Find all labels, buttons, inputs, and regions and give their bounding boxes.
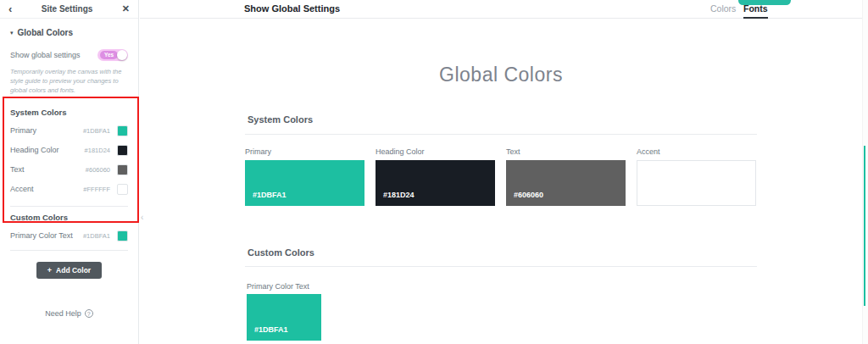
custom-colors-heading: Custom Colors	[10, 213, 128, 222]
panel-body: ▾ Global Colors Show global settings Yes…	[0, 19, 138, 318]
swatch-label: Primary Color Text	[247, 282, 309, 291]
show-global-settings-row: Show global settings Yes	[10, 49, 128, 61]
color-row-accent[interactable]: Accent #FFFFFF	[10, 180, 128, 199]
preview-canvas-area: Show Global Settings Colors Fonts Global…	[140, 0, 868, 344]
system-color-swatches: Primary #1DBFA1 Heading Color #181D24 Te…	[245, 147, 756, 206]
color-hex: #1DBFA1	[83, 127, 110, 135]
panel-collapse-icon[interactable]: ‹	[141, 213, 143, 222]
panel-title: Site Settings	[12, 4, 121, 14]
add-color-button[interactable]: + Add Color	[36, 262, 102, 279]
divider	[10, 250, 128, 251]
color-row-heading-color[interactable]: Heading Color #181D24	[10, 141, 128, 160]
swatch-hex: #FFFFFF	[644, 191, 676, 199]
swatch: #1DBFA1	[245, 160, 364, 206]
swatch-label: Accent	[637, 147, 756, 156]
color-row-text[interactable]: Text #606060	[10, 160, 128, 180]
close-icon[interactable]: ✕	[122, 4, 130, 14]
topbar-title: Show Global Settings	[244, 3, 340, 14]
color-chip[interactable]	[117, 230, 128, 241]
caret-down-icon: ▾	[10, 30, 14, 36]
site-settings-panel: ‹ Site Settings ✕ ▾ Global Colors Show g…	[0, 0, 139, 344]
custom-colors-list: Primary Color Text #1DBFA1	[10, 226, 128, 246]
swatch-label: Primary	[245, 147, 364, 156]
accordion-label: Global Colors	[18, 28, 74, 37]
color-label: Accent	[10, 185, 83, 193]
swatch-primary-color-text: #1DBFA1	[247, 294, 321, 341]
tab-fonts[interactable]: Fonts	[743, 3, 768, 19]
color-label: Primary Color Text	[10, 231, 83, 240]
color-hex: #1DBFA1	[83, 232, 110, 240]
divider	[10, 206, 128, 207]
help-icon: ?	[85, 309, 93, 318]
need-help-label: Need Help	[45, 309, 81, 318]
global-colors-accordion[interactable]: ▾ Global Colors	[10, 19, 128, 37]
swatch-label: Text	[506, 147, 626, 156]
toggle-label: Show global settings	[10, 51, 81, 59]
toggle-state-label: Yes	[100, 51, 118, 59]
color-chip[interactable]	[117, 125, 128, 136]
color-label: Text	[10, 165, 86, 174]
color-label: Heading Color	[10, 146, 85, 154]
swatch-card-heading-color: Heading Color #181D24	[376, 147, 495, 206]
swatch-hex: #181D24	[383, 191, 415, 199]
swatch-card-accent: Accent #FFFFFF	[637, 147, 756, 206]
color-hex: #FFFFFF	[83, 186, 110, 193]
color-chip[interactable]	[117, 145, 128, 156]
plus-icon: +	[47, 266, 52, 275]
color-chip[interactable]	[117, 184, 128, 195]
system-colors-heading: System Colors	[10, 108, 128, 117]
color-row-primary[interactable]: Primary #1DBFA1	[10, 121, 128, 141]
page-title: Global Colors	[245, 64, 757, 86]
scrollbar-track[interactable]	[862, 0, 868, 344]
color-hex: #606060	[86, 166, 110, 174]
system-colors-list: Primary #1DBFA1 Heading Color #181D24 Te…	[10, 121, 128, 199]
swatch-label: Heading Color	[376, 147, 495, 156]
add-color-label: Add Color	[56, 266, 91, 275]
toggle-knob	[117, 50, 127, 60]
divider	[245, 134, 757, 135]
style-guide-preview: Global Colors System Colors Primary #1DB…	[140, 19, 868, 344]
swatch-hex: #1DBFA1	[254, 325, 288, 334]
need-help-link[interactable]: Need Help ?	[10, 309, 128, 318]
swatch-card-primary: Primary #1DBFA1	[245, 147, 364, 206]
swatch-hex: #1DBFA1	[253, 191, 287, 199]
scrollbar-thumb[interactable]	[864, 146, 865, 306]
color-hex: #181D24	[85, 147, 110, 154]
preview-topbar: Show Global Settings Colors Fonts	[140, 0, 868, 19]
swatch: #181D24	[376, 160, 495, 206]
section-title-system-colors: System Colors	[248, 114, 313, 125]
color-chip[interactable]	[117, 164, 128, 175]
swatch: #FFFFFF	[637, 160, 756, 206]
divider	[245, 266, 757, 267]
color-row-primary-color-text[interactable]: Primary Color Text #1DBFA1	[10, 226, 128, 246]
color-label: Primary	[10, 126, 83, 135]
show-global-settings-toggle[interactable]: Yes	[97, 49, 128, 61]
swatch: #606060	[506, 160, 626, 206]
panel-description: Temporarily overlay the canvas with the …	[10, 68, 128, 96]
tab-colors[interactable]: Colors	[710, 3, 736, 14]
panel-header: ‹ Site Settings ✕	[0, 0, 138, 19]
section-title-custom-colors: Custom Colors	[248, 247, 314, 258]
swatch-card-text: Text #606060	[506, 147, 626, 206]
swatch-hex: #606060	[514, 191, 543, 199]
